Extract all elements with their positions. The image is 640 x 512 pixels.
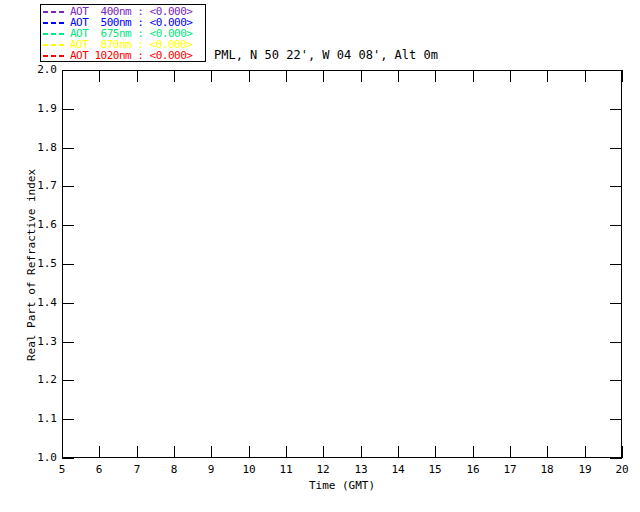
legend-dashed-line-sample [43,55,66,57]
legend-dashed-line-sample [43,33,66,35]
y-tick-label: 1.0 [27,452,57,464]
legend-dashed-line-sample [43,44,66,46]
y-axis-tick-left [62,186,74,187]
y-axis-tick-left [62,380,74,381]
x-axis-tick-bottom [473,446,474,458]
y-axis-tick-right [610,458,622,459]
y-axis-tick-left [62,458,74,459]
x-tick-label: 12 [303,464,343,476]
x-axis-tick-top [361,70,362,82]
y-axis-tick-left [62,148,74,149]
x-tick-label: 8 [154,464,194,476]
y-axis-tick-left [62,70,74,71]
x-axis-tick-bottom [62,446,63,458]
y-tick-label: 1.2 [27,374,57,386]
x-axis-tick-bottom [547,446,548,458]
y-axis-tick-left [62,303,74,304]
x-axis-tick-top [398,70,399,82]
y-axis-tick-right [610,419,622,420]
legend-box: AOT 400nm : <0.000>AOT 500nm : <0.000>AO… [40,4,206,62]
x-axis-tick-top [286,70,287,82]
x-axis-tick-top [585,70,586,82]
x-axis-tick-top [211,70,212,82]
x-tick-label: 18 [527,464,567,476]
legend-dashed-line-sample [43,22,66,24]
x-tick-label: 14 [378,464,418,476]
x-axis-tick-top [137,70,138,82]
plot-area [62,70,622,458]
y-axis-tick-left [62,225,74,226]
x-tick-label: 16 [453,464,493,476]
y-axis-tick-left [62,342,74,343]
x-axis-tick-bottom [398,446,399,458]
y-axis-title: Real Part of Refractive index [25,169,38,361]
x-tick-label: 15 [415,464,455,476]
x-axis-tick-top [622,70,623,82]
x-axis-tick-bottom [249,446,250,458]
x-axis-tick-bottom [137,446,138,458]
x-axis-tick-top [510,70,511,82]
x-axis-tick-top [473,70,474,82]
x-tick-label: 13 [341,464,381,476]
y-axis-tick-right [610,264,622,265]
x-axis-tick-bottom [435,446,436,458]
x-axis-tick-bottom [622,446,623,458]
y-axis-tick-left [62,109,74,110]
y-axis-tick-right [610,148,622,149]
x-tick-label: 6 [79,464,119,476]
x-axis-tick-bottom [361,446,362,458]
x-axis-tick-top [174,70,175,82]
x-axis-tick-bottom [286,446,287,458]
x-tick-label: 19 [565,464,605,476]
x-tick-label: 17 [490,464,530,476]
y-axis-tick-right [610,303,622,304]
x-axis-tick-top [99,70,100,82]
x-axis-title: Time (GMT) [309,479,375,492]
x-tick-label: 20 [602,464,640,476]
y-tick-label: 1.8 [27,142,57,154]
x-axis-tick-bottom [510,446,511,458]
legend-entry-4: AOT 1020nm : <0.000> [43,50,205,61]
y-axis-tick-right [610,186,622,187]
x-axis-tick-bottom [174,446,175,458]
legend-dashed-line-sample [43,11,66,13]
y-tick-label: 2.0 [27,64,57,76]
x-axis-tick-bottom [211,446,212,458]
x-axis-tick-top [435,70,436,82]
y-tick-label: 1.9 [27,103,57,115]
x-tick-label: 11 [266,464,306,476]
x-axis-tick-top [323,70,324,82]
y-axis-tick-left [62,419,74,420]
x-tick-label: 10 [229,464,269,476]
x-axis-tick-bottom [323,446,324,458]
x-tick-label: 7 [117,464,157,476]
x-axis-tick-top [249,70,250,82]
y-axis-tick-right [610,380,622,381]
y-tick-label: 1.1 [27,413,57,425]
y-axis-tick-right [610,342,622,343]
y-axis-tick-right [610,109,622,110]
legend-entry-label: AOT 1020nm : <0.000> [70,50,192,61]
x-axis-tick-top [62,70,63,82]
y-axis-tick-right [610,225,622,226]
x-axis-tick-top [547,70,548,82]
x-axis-tick-bottom [585,446,586,458]
y-axis-tick-left [62,264,74,265]
plot-window: AOT 400nm : <0.000>AOT 500nm : <0.000>AO… [0,0,640,512]
x-axis-tick-bottom [99,446,100,458]
y-axis-tick-right [610,70,622,71]
station-location-line: PML, N 50 22', W 04 08', Alt 0m [214,45,438,65]
x-tick-label: 9 [191,464,231,476]
x-tick-label: 5 [42,464,82,476]
